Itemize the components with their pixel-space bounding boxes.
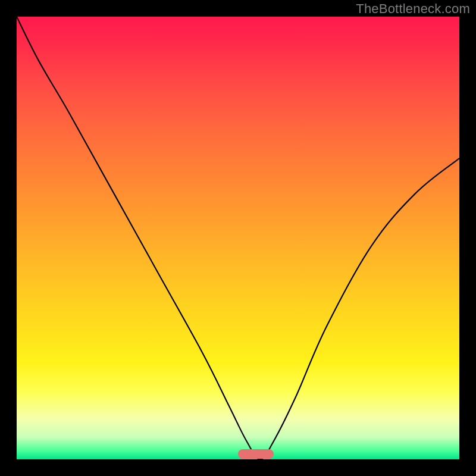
bottleneck-curve xyxy=(17,17,459,459)
chart-frame: TheBottleneck.com xyxy=(0,0,476,476)
watermark-text: TheBottleneck.com xyxy=(356,1,470,17)
optimal-range-marker xyxy=(238,449,274,459)
curve-svg xyxy=(17,17,459,459)
plot-area xyxy=(17,17,459,459)
